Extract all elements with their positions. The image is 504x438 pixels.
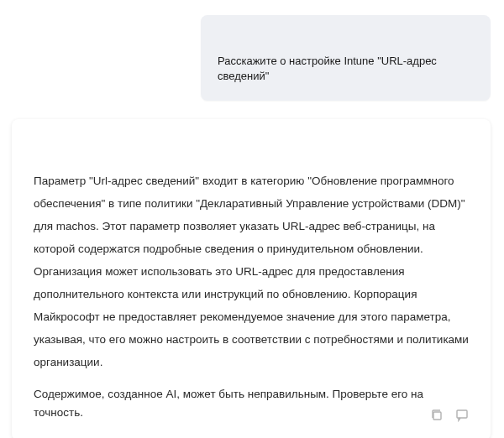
action-icons-container — [430, 409, 469, 422]
assistant-message-header — [34, 139, 469, 153]
user-message-bubble: Расскажите о настройке Intune "URL-адрес… — [201, 15, 491, 101]
copy-icon[interactable] — [430, 409, 444, 422]
svg-rect-1 — [457, 410, 467, 418]
assistant-body-paragraph: Параметр "Url-адрес сведений" входит в к… — [34, 169, 469, 373]
user-message-header — [218, 30, 474, 42]
assistant-message-body: Параметр "Url-адрес сведений" входит в к… — [34, 169, 469, 373]
assistant-message-bubble: Параметр "Url-адрес сведений" входит в к… — [12, 119, 491, 438]
ai-disclaimer: Содержимое, созданное AI, может быть неп… — [34, 385, 469, 421]
svg-rect-0 — [433, 412, 441, 420]
user-message-text: Расскажите о настройке Intune "URL-адрес… — [218, 54, 474, 84]
feedback-icon[interactable] — [455, 409, 469, 422]
